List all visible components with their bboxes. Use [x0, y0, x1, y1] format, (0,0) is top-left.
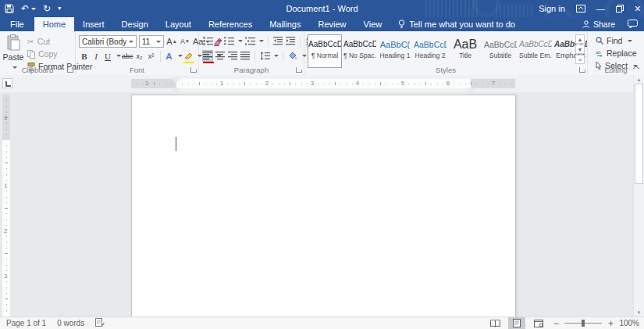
align-right-icon	[228, 52, 237, 60]
tab-insert[interactable]: Insert	[74, 17, 113, 31]
print-layout-button[interactable]	[508, 317, 525, 329]
styles-scroll-up-button[interactable]: ▲	[575, 34, 585, 44]
replace-button[interactable]: ab Replace	[594, 48, 639, 59]
zoom-out-button[interactable]: −	[552, 318, 560, 329]
text-cursor	[176, 137, 176, 151]
web-layout-button[interactable]	[530, 317, 547, 329]
zoom-slider[interactable]	[564, 317, 602, 329]
ruler-tick	[499, 84, 500, 84]
lightbulb-icon	[398, 20, 405, 29]
align-center-button[interactable]	[215, 50, 226, 62]
bullets-button[interactable]	[202, 35, 213, 47]
align-right-button[interactable]	[227, 50, 238, 62]
style-heading-2[interactable]: AaBbCcDHeading 2	[413, 34, 447, 68]
share-button[interactable]: Share	[581, 19, 617, 30]
ruler-tick	[437, 84, 438, 84]
ruler-tick	[431, 84, 432, 84]
italic-button[interactable]: I	[91, 50, 101, 62]
clipboard-dialog-launcher[interactable]	[67, 67, 73, 73]
tell-me-box[interactable]: Tell me what you want to do	[390, 17, 523, 31]
font-size-combo[interactable]: 11	[139, 35, 164, 48]
ruler-tick	[211, 84, 212, 84]
font-family-combo[interactable]: Calibri (Body)	[79, 35, 137, 48]
document-page[interactable]	[131, 95, 516, 316]
tab-layout[interactable]: Layout	[157, 17, 200, 31]
shrink-font-button[interactable]: A▼	[180, 36, 190, 48]
vertical-ruler: 1123	[2, 95, 10, 316]
tab-selector[interactable]	[2, 78, 12, 88]
style-preview: AaBbC(	[379, 38, 411, 52]
style--normal[interactable]: AaBbCcDc¶ Normal	[308, 34, 342, 68]
tab-review[interactable]: Review	[310, 17, 355, 31]
numbering-caret[interactable]	[238, 40, 243, 42]
text-highlight-button[interactable]	[183, 50, 194, 62]
underline-dropdown-caret[interactable]	[116, 55, 121, 57]
decrease-indent-button[interactable]	[272, 35, 283, 47]
ruler-tick	[5, 208, 8, 209]
style-subtitle[interactable]: AaBbCcDSubtitle	[483, 34, 518, 68]
find-caret[interactable]	[628, 40, 632, 42]
subscript-button[interactable]: x₂	[134, 50, 145, 62]
tab-design[interactable]: Design	[113, 17, 157, 31]
grow-font-button[interactable]: A▲	[166, 36, 177, 48]
style-name: ¶ Normal	[308, 52, 341, 59]
align-left-button[interactable]	[202, 50, 213, 62]
tab-mailings[interactable]: Mailings	[261, 17, 309, 31]
tab-view[interactable]: View	[355, 17, 391, 31]
proofing-status-button[interactable]	[95, 318, 105, 328]
multilevel-caret[interactable]	[259, 40, 264, 42]
page-count[interactable]: Page 1 of 1	[6, 319, 46, 327]
zoom-in-button[interactable]: +	[607, 318, 614, 329]
vertical-scrollbar[interactable]: ▲ ▼	[633, 75, 644, 316]
style-heading-1[interactable]: AaBbC(Heading 1	[378, 34, 412, 68]
style-title[interactable]: AaBTitle	[448, 34, 482, 68]
read-mode-button[interactable]	[486, 317, 503, 329]
ruler-bar: 11234567	[0, 75, 644, 92]
restore-button[interactable]	[616, 5, 624, 13]
horizontal-ruler: 11234567	[131, 79, 515, 88]
styles-dialog-launcher[interactable]	[579, 67, 585, 73]
line-spacing-button[interactable]	[259, 50, 270, 62]
styles-scroll-down-button[interactable]: ▼	[575, 45, 585, 54]
bold-button[interactable]: B	[79, 50, 90, 62]
comments-button[interactable]	[628, 20, 638, 30]
text-effects-button[interactable]: A	[164, 50, 175, 62]
minimize-button[interactable]: —	[596, 4, 605, 13]
ruler-tick	[6, 123, 7, 123]
styles-more-button[interactable]: ≡	[575, 55, 585, 64]
increase-indent-button[interactable]	[285, 35, 296, 47]
tab-file[interactable]: File	[0, 17, 34, 31]
zoom-slider-thumb[interactable]	[582, 320, 585, 327]
ruler-tick	[5, 253, 8, 254]
ruler-tick	[6, 265, 7, 266]
find-button[interactable]: Find	[594, 35, 639, 46]
scroll-down-arrow[interactable]: ▼	[634, 308, 644, 316]
zoom-level[interactable]: 100%	[619, 319, 639, 327]
style-subtle-em-[interactable]: AaBbCcDtSubtle Em...	[518, 34, 553, 68]
ribbon-display-options-button[interactable]	[576, 5, 585, 13]
bullets-caret[interactable]	[217, 40, 222, 42]
paragraph-dialog-launcher[interactable]	[296, 67, 301, 73]
numbering-button[interactable]	[223, 35, 234, 47]
scroll-up-arrow[interactable]: ▲	[634, 75, 644, 84]
justify-button[interactable]	[240, 50, 251, 62]
multilevel-list-button[interactable]	[244, 35, 255, 47]
shading-button[interactable]	[287, 50, 298, 62]
tab-home[interactable]: Home	[34, 17, 74, 31]
tab-references[interactable]: References	[200, 17, 261, 31]
superscript-button[interactable]: x²	[146, 50, 157, 62]
ruler-tick	[6, 112, 7, 113]
underline-button[interactable]: U	[102, 50, 113, 62]
sign-in-button[interactable]: Sign in	[539, 4, 565, 13]
line-spacing-caret[interactable]	[274, 55, 279, 57]
text-effects-caret[interactable]	[178, 55, 183, 57]
ruler-tick	[301, 84, 302, 84]
style-preview: AaBbCcDc	[308, 38, 341, 52]
style--no-spac-[interactable]: AaBbCcDc¶ No Spac...	[343, 34, 377, 68]
word-count[interactable]: 0 words	[57, 319, 84, 327]
scrollbar-thumb[interactable]	[635, 84, 643, 184]
close-button[interactable]: ×	[635, 2, 641, 15]
strikethrough-button[interactable]: abc	[122, 50, 133, 62]
font-dialog-launcher[interactable]	[190, 67, 196, 73]
ruler-number: 7	[492, 80, 495, 87]
